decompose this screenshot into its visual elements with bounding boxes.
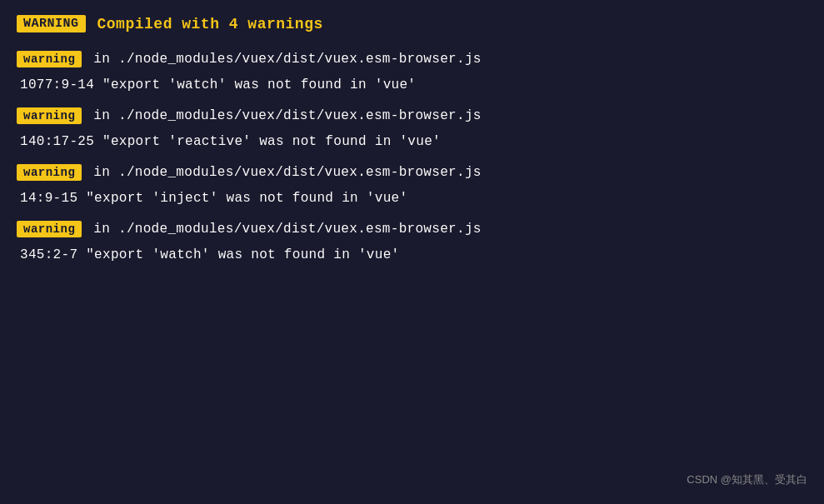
warning-block-1: warning in ./node_modules/vuex/dist/vuex… [17, 51, 807, 92]
warning-line-4: warning in ./node_modules/vuex/dist/vuex… [17, 221, 807, 237]
warning-block-4: warning in ./node_modules/vuex/dist/vuex… [17, 221, 807, 262]
warning-path-2: in ./node_modules/vuex/dist/vuex.esm-bro… [93, 108, 481, 123]
warning-message-2: 140:17-25 "export 'reactive' was not fou… [17, 134, 807, 149]
warning-badge-3: warning [17, 164, 82, 181]
header-message: Compiled with 4 warnings [97, 16, 323, 32]
header-line: WARNING Compiled with 4 warnings [17, 15, 807, 32]
warning-line-3: warning in ./node_modules/vuex/dist/vuex… [17, 164, 807, 181]
warning-badge-2: warning [17, 107, 82, 124]
warning-path-4: in ./node_modules/vuex/dist/vuex.esm-bro… [93, 222, 481, 237]
warning-line-1: warning in ./node_modules/vuex/dist/vuex… [17, 51, 807, 67]
warning-line-2: warning in ./node_modules/vuex/dist/vuex… [17, 107, 807, 124]
warning-badge-1: warning [17, 51, 82, 67]
warning-badge-4: warning [17, 221, 82, 237]
warning-message-4: 345:2-7 "export 'watch' was not found in… [17, 247, 807, 262]
warning-block-2: warning in ./node_modules/vuex/dist/vuex… [17, 107, 807, 149]
warning-message-3: 14:9-15 "export 'inject' was not found i… [17, 191, 807, 206]
terminal-window: WARNING Compiled with 4 warnings warning… [0, 0, 824, 504]
warning-block-3: warning in ./node_modules/vuex/dist/vuex… [17, 164, 807, 206]
warning-path-1: in ./node_modules/vuex/dist/vuex.esm-bro… [93, 52, 481, 67]
warning-header-badge: WARNING [17, 15, 86, 32]
watermark: CSDN @知其黑、受其白 [687, 472, 807, 487]
warning-path-3: in ./node_modules/vuex/dist/vuex.esm-bro… [93, 165, 481, 180]
warning-message-1: 1077:9-14 "export 'watch' was not found … [17, 77, 807, 92]
